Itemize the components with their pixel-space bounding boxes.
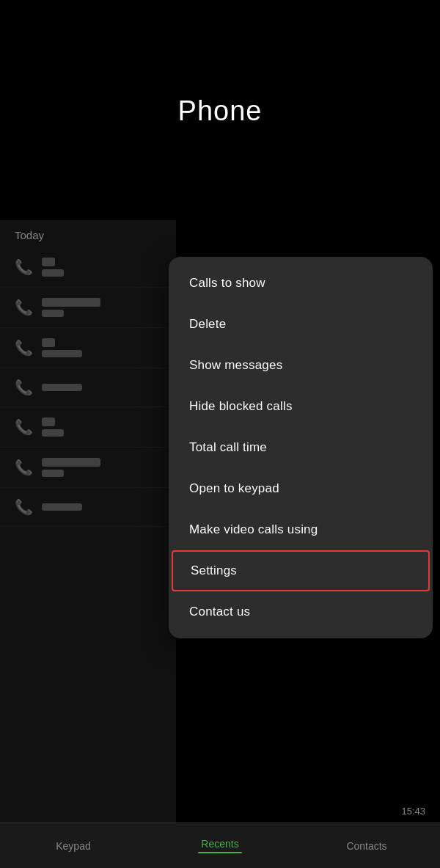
call-row: 📞 [0,328,176,368]
today-label: Today [0,220,176,247]
call-name-blur [42,298,100,307]
call-row: 📞 [0,288,176,328]
incoming-call-icon: 📞 [15,299,33,316]
call-row: 📞 [0,368,176,407]
active-tab-indicator [198,852,242,853]
contacts-label: Contacts [346,840,386,852]
call-name-blur [42,503,82,511]
menu-item-total-call-time[interactable]: Total call time [169,427,433,468]
outgoing-call-icon: 📞 [15,418,33,436]
call-name-blur [42,384,82,391]
call-name-blur [42,417,55,426]
call-row: 📞 [0,448,176,488]
incoming-call-icon: 📞 [15,498,33,516]
menu-item-open-to-keypad[interactable]: Open to keypad [169,468,433,509]
recents-background: Today 📞 📞 📞 📞 📞 [0,220,176,824]
incoming-call-icon: 📞 [15,379,33,396]
menu-item-calls-to-show[interactable]: Calls to show [169,263,433,304]
nav-keypad[interactable]: Keypad [0,833,147,859]
call-name-blur [42,458,100,467]
call-row: 📞 [0,247,176,288]
bottom-navigation: Keypad Recents Contacts [0,823,440,868]
call-row: 📞 [0,407,176,448]
menu-item-contact-us[interactable]: Contact us [169,591,433,632]
keypad-label: Keypad [56,840,90,852]
incoming-call-icon: 📞 [15,258,33,276]
call-name-blur [42,338,55,347]
call-detail-blur [42,310,64,317]
nav-contacts[interactable]: Contacts [293,833,440,859]
call-name-blur [42,258,55,266]
nav-recents[interactable]: Recents [147,831,293,861]
menu-item-show-messages[interactable]: Show messages [169,345,433,386]
incoming-call-icon: 📞 [15,459,33,476]
call-detail-blur [42,470,64,477]
call-detail-blur [42,269,64,277]
menu-item-settings[interactable]: Settings [172,550,430,591]
outgoing-call-icon: 📞 [15,339,33,357]
menu-item-make-video-calls[interactable]: Make video calls using [169,509,433,550]
context-menu: Calls to show Delete Show messages Hide … [169,257,433,638]
recents-label: Recents [201,838,238,850]
time-display: 15:43 [401,806,425,817]
call-detail-blur [42,429,64,437]
menu-item-delete[interactable]: Delete [169,304,433,345]
call-detail-blur [42,350,82,357]
menu-item-hide-blocked-calls[interactable]: Hide blocked calls [169,386,433,427]
call-row: 📞 [0,488,176,527]
page-title: Phone [0,0,440,127]
